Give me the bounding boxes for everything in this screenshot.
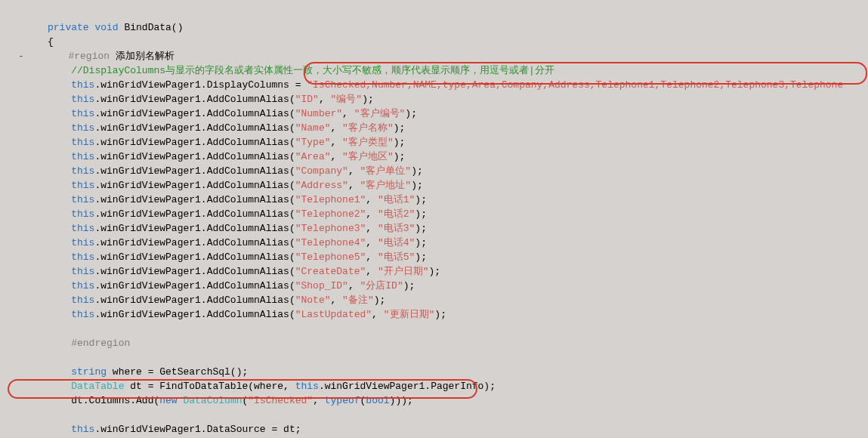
- code-line: this.winGridViewPager1.AddColumnAlias("C…: [18, 266, 440, 277]
- code-line: this.winGridViewPager1.AddColumnAlias("I…: [18, 94, 374, 105]
- code-line: dt.Columns.Add(new DataColumn("IsChecked…: [18, 395, 413, 406]
- keyword-new: new: [159, 395, 177, 406]
- code-line: DataTable dt = FindToDataTable(where, th…: [18, 381, 496, 392]
- code-editor: private void BindData() { - #region 添加别名…: [0, 0, 868, 438]
- keyword-bool: bool: [366, 395, 389, 406]
- method-name: BindData(): [119, 22, 184, 33]
- code-line: this.winGridViewPager1.AddColumnAlias("A…: [18, 180, 423, 191]
- code-line: this.winGridViewPager1.AddColumnAlias("C…: [18, 165, 423, 177]
- region-label: 添加别名解析: [110, 51, 175, 62]
- code-line: //DisplayColumns与显示的字段名或者实体属性一致，大小写不敏感，顺…: [18, 65, 554, 76]
- code-line: [18, 323, 24, 335]
- comment: //DisplayColumns与显示的字段名或者实体属性一致，大小写不敏感，顺…: [71, 65, 554, 76]
- code-line: this.winGridViewPager1.AddColumnAlias("N…: [18, 108, 417, 119]
- fold-icon: -: [18, 51, 27, 62]
- keyword-string: string: [71, 366, 107, 378]
- code-line: this.winGridViewPager1.AddColumnAlias("T…: [18, 251, 427, 263]
- keyword-private: private: [48, 22, 89, 33]
- code-line: this.winGridViewPager1.DisplayColumns = …: [18, 79, 843, 91]
- display-columns-value: "IsChecked,Number,NAME,type,Area,Company…: [307, 79, 843, 91]
- display-columns-assign: .winGridViewPager1.DisplayColumns =: [94, 79, 307, 91]
- code-line: this.winGridViewPager1.AddColumnAlias("T…: [18, 137, 405, 148]
- code-line: - #region 添加别名解析: [18, 51, 175, 62]
- type-datacolumn: DataColumn: [183, 395, 242, 406]
- type-datatable: DataTable: [71, 381, 124, 392]
- endregion-keyword: #endregion: [71, 338, 130, 349]
- code-line: string where = GetSearchSql();: [18, 366, 248, 378]
- code-line: this.winGridViewPager1.AddColumnAlias("T…: [18, 223, 427, 234]
- code-line: this.winGridViewPager1.AddColumnAlias("N…: [18, 295, 385, 306]
- code-line: this.winGridViewPager1.AddColumnAlias("N…: [18, 122, 405, 134]
- code-line: this.winGridViewPager1.AddColumnAlias("T…: [18, 194, 427, 205]
- keyword-typeof: typeof: [325, 395, 360, 406]
- code-line: this.winGridViewPager1.AddColumnAlias("L…: [18, 309, 446, 320]
- code-line: this.winGridViewPager1.DataSource = dt;: [18, 424, 301, 435]
- code-line: this.winGridViewPager1.AddColumnAlias("A…: [18, 151, 405, 162]
- code-line: {: [18, 36, 54, 48]
- where-var: where = GetSearchSql();: [107, 366, 248, 378]
- code-line: this.winGridViewPager1.AddColumnAlias("S…: [18, 280, 415, 291]
- region-keyword: #region: [68, 51, 110, 62]
- code-line: this.winGridViewPager1.AddColumnAlias("T…: [18, 237, 427, 248]
- keyword-void: void: [94, 22, 118, 33]
- code-line: this.winGridViewPager1.AddColumnAlias("T…: [18, 208, 427, 220]
- code-line: [18, 409, 24, 421]
- brace-open: {: [48, 36, 54, 48]
- code-line: [18, 352, 24, 363]
- code-line: #endregion: [18, 338, 130, 349]
- keyword-this: this: [71, 79, 94, 91]
- datasource-assign: .winGridViewPager1.DataSource = dt;: [94, 424, 301, 435]
- code-line: private void BindData(): [18, 22, 183, 33]
